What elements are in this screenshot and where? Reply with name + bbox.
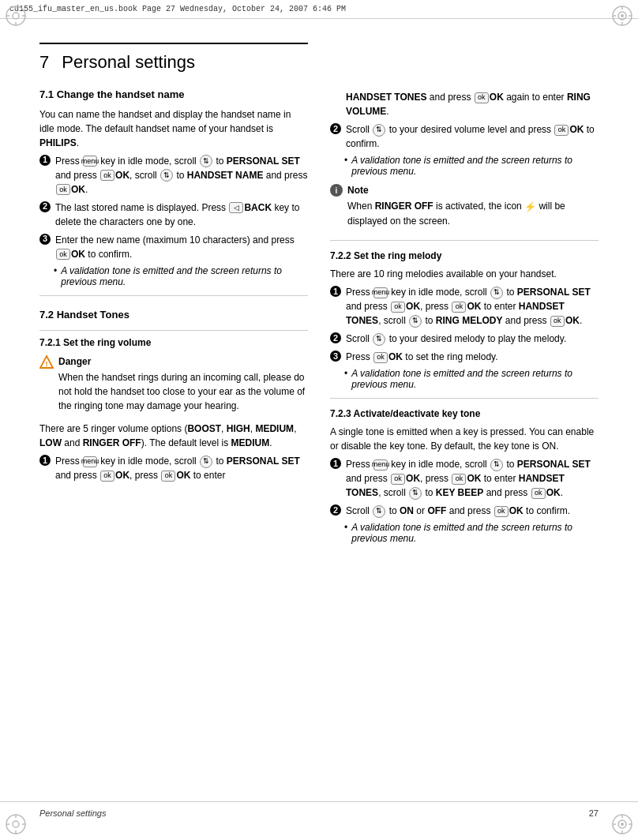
step-7-1-1-content: Press menu key in idle mode, scroll ⇅ to… — [55, 154, 308, 197]
section-7-1-intro: You can name the handset and display the… — [39, 107, 308, 150]
danger-content: Danger When the handset rings during an … — [58, 354, 308, 417]
ok-icon-3: ok — [56, 249, 70, 260]
step-7-2-3-1-content: Press menu key in idle mode, scroll ⇅ to… — [346, 457, 599, 500]
danger-icon: ! — [39, 355, 54, 369]
footer-left-text: Personal settings — [39, 808, 106, 818]
step-num-7-2-1-2: 2 — [330, 123, 341, 134]
ok-icon-8: ok — [391, 302, 405, 313]
svg-point-1 — [13, 13, 19, 19]
scroll-icon-3: ⇅ — [200, 456, 212, 468]
step-7-1-1: 1 Press menu key in idle mode, scroll ⇅ … — [39, 154, 308, 197]
note-title: Note — [347, 183, 599, 197]
ok-icon-5: ok — [161, 471, 175, 482]
left-column: 7Personal settings 7.1 Change the handse… — [39, 43, 308, 547]
note-icon: i — [330, 184, 343, 197]
step-7-2-2-1: 1 Press menu key in idle mode, scroll ⇅ … — [330, 285, 599, 328]
step-7-2-2-1-content: Press menu key in idle mode, scroll ⇅ to… — [346, 285, 599, 328]
section-7-2-2-bullet-text: A validation tone is emitted and the scr… — [351, 368, 599, 390]
section-7-2-1-bullet-text: A validation tone is emitted and the scr… — [351, 155, 599, 177]
scroll-icon-8: ⇅ — [490, 459, 503, 471]
step-7-2-2-2: 2 Scroll ⇅ to your desired melody to pla… — [330, 332, 599, 346]
scroll-icon-9: ⇅ — [409, 487, 422, 500]
step-num-7-2-2-1: 1 — [330, 286, 341, 297]
scroll-icon-2: ⇅ — [160, 169, 173, 182]
step-num-3: 3 — [39, 234, 51, 245]
step-7-2-1-2: 2 Scroll ⇅ to your desired volume level … — [330, 122, 599, 151]
section-7-2-2-title: 7.2.2 Set the ring melody — [330, 249, 599, 263]
step-7-2-1-2-content: Scroll ⇅ to your desired volume level an… — [346, 122, 599, 151]
step-num-7-2-3-1: 1 — [330, 458, 341, 469]
menu-button-icon: menu — [83, 156, 97, 167]
corner-decoration-tl — [5, 5, 27, 27]
step-7-2-3-2-content: Scroll ⇅ to ON or OFF and press okOK to … — [346, 504, 599, 518]
step-num-7-2-1-1: 1 — [39, 455, 51, 466]
section-7-2-1: 7.2.1 Set the ring volume ! Danger When … — [39, 330, 308, 482]
section-7-2-1-steps: 1 Press menu key in idle mode, scroll ⇅ … — [39, 454, 308, 482]
section-7-1-bullet-text: A validation tone is emitted and the scr… — [61, 265, 308, 287]
note-text: When RINGER OFF is activated, the icon ⚡… — [347, 199, 599, 228]
section-7-2-1-title: 7.2.1 Set the ring volume — [39, 330, 308, 350]
step-num-1: 1 — [39, 155, 51, 166]
corner-decoration-tr — [611, 5, 633, 27]
step-7-2-1-1-content: Press menu key in idle mode, scroll ⇅ to… — [55, 454, 308, 482]
menu-icon-2: menu — [83, 456, 97, 467]
section-7-1-steps: 1 Press menu key in idle mode, scroll ⇅ … — [39, 154, 308, 261]
danger-box: ! Danger When the handset rings during a… — [39, 354, 308, 417]
step-7-2-1-1-cont: HANDSET TONES and press okOK again to en… — [346, 90, 599, 118]
step-7-1-2: 2 The last stored name is displayed. Pre… — [39, 201, 308, 229]
danger-text: When the handset rings during an incomin… — [58, 370, 308, 413]
scroll-icon-10: ⇅ — [373, 505, 385, 518]
step-7-2-1-1: 1 Press menu key in idle mode, scroll ⇅ … — [39, 454, 308, 482]
step-7-1-2-content: The last stored name is displayed. Press… — [55, 201, 308, 229]
step-7-1-3-content: Enter the new name (maximum 10 character… — [55, 233, 308, 261]
step-7-2-3-1: 1 Press menu key in idle mode, scroll ⇅ … — [330, 457, 599, 500]
scroll-icon-4: ⇅ — [373, 124, 385, 137]
step-7-2-2-2-content: Scroll ⇅ to your desired melody to play … — [346, 332, 599, 346]
ok-icon-10: ok — [550, 316, 565, 327]
ok-icon-9: ok — [452, 302, 466, 313]
section-7-2-3: 7.2.3 Activate/deactivate key tone A sin… — [330, 407, 599, 544]
scroll-icon-5: ⇅ — [490, 287, 503, 299]
scroll-icon-7: ⇅ — [373, 333, 385, 346]
ok-icon-15: ok — [494, 506, 509, 517]
svg-point-12 — [621, 14, 624, 17]
ok-icon-12: ok — [391, 474, 405, 485]
scroll-icon-6: ⇅ — [409, 315, 422, 328]
back-icon: ◁ — [229, 202, 243, 213]
footer-page-number: 27 — [589, 808, 599, 818]
step-num-2: 2 — [39, 201, 51, 212]
chapter-title: 7Personal settings — [39, 43, 308, 73]
ok-icon-6: ok — [475, 92, 489, 103]
divider-right-2 — [330, 398, 599, 399]
step-num-7-2-3-2: 2 — [330, 504, 341, 516]
menu-icon-3: menu — [373, 287, 388, 298]
menu-icon-4: menu — [373, 459, 388, 471]
right-column: HANDSET TONES and press okOK again to en… — [330, 43, 599, 547]
section-7-2-1-steps-cont: 2 Scroll ⇅ to your desired volume level … — [330, 122, 599, 151]
section-7-2-3-title: 7.2.3 Activate/deactivate key tone — [330, 407, 599, 421]
step-7-2-3-2: 2 Scroll ⇅ to ON or OFF and press okOK t… — [330, 504, 599, 518]
step-7-2-2-3-content: Press okOK to set the ring melody. — [346, 350, 599, 364]
ok-icon-2: ok — [56, 184, 70, 195]
note-box-7-2-1: i Note When RINGER OFF is activated, the… — [330, 183, 599, 232]
danger-title: Danger — [58, 354, 308, 369]
section-7-2-2-steps: 1 Press menu key in idle mode, scroll ⇅ … — [330, 285, 599, 364]
step-7-1-3: 3 Enter the new name (maximum 10 charact… — [39, 233, 308, 261]
ok-icon-7: ok — [554, 125, 569, 136]
section-7-2-title: 7.2 Handset Tones — [39, 307, 308, 323]
main-content: 7Personal settings 7.1 Change the handse… — [0, 19, 638, 587]
section-7-2-2: 7.2.2 Set the ring melody There are 10 r… — [330, 249, 599, 390]
section-7-1: 7.1 Change the handset name You can name… — [39, 87, 308, 287]
section-7-2-3-intro: A single tone is emitted when a key is p… — [330, 425, 599, 453]
section-7-2-1-body: There are 5 ringer volume options (BOOST… — [39, 422, 308, 450]
chapter-title-text: Personal settings — [62, 52, 195, 72]
svg-text:!: ! — [46, 360, 48, 368]
ok-icon-4: ok — [100, 471, 114, 482]
header-text: cd155_ifu_master_en_us.book Page 27 Wedn… — [9, 5, 346, 13]
section-7-1-bullet: A validation tone is emitted and the scr… — [54, 265, 308, 287]
scroll-icon-1: ⇅ — [200, 155, 212, 167]
section-7-2-3-bullet: A validation tone is emitted and the scr… — [344, 522, 599, 544]
ok-icon-13: ok — [452, 474, 466, 485]
section-7-2-1-cont: HANDSET TONES and press okOK again to en… — [330, 90, 599, 232]
step-7-2-2-3: 3 Press okOK to set the ring melody. — [330, 350, 599, 364]
